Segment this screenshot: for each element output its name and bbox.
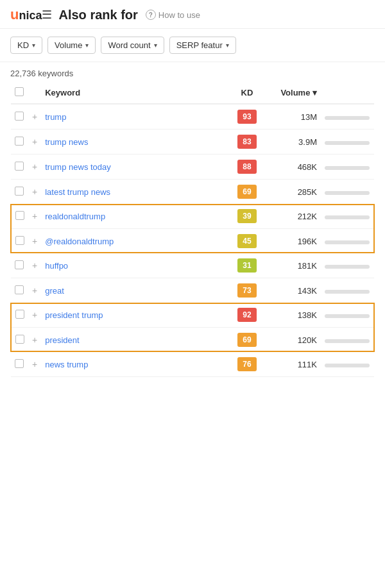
add-icon[interactable]: + xyxy=(32,335,37,345)
keyword-link[interactable]: news trump xyxy=(45,360,88,369)
header-volume[interactable]: Volume ▾ xyxy=(263,82,321,104)
row-checkbox[interactable] xyxy=(15,310,24,319)
row-checkbox-cell xyxy=(11,104,28,130)
kd-badge: 39 xyxy=(237,209,257,223)
kd-badge: 92 xyxy=(237,308,257,322)
row-kd-cell: 73 xyxy=(231,278,263,304)
keywords-table: Keyword KD Volume ▾ + trump 93 13M xyxy=(0,82,385,377)
row-keyword-cell: trump news today xyxy=(41,155,231,180)
chevron-down-icon: ▾ xyxy=(226,42,229,49)
row-checkbox-cell xyxy=(11,180,28,205)
row-checkbox-cell xyxy=(11,351,28,377)
table-row: + @realdonaldtrump 45 196K xyxy=(11,229,374,253)
row-kd-cell: 31 xyxy=(231,253,263,278)
add-icon[interactable]: + xyxy=(32,211,37,221)
row-checkbox[interactable] xyxy=(15,335,24,344)
add-icon[interactable]: + xyxy=(32,310,37,320)
row-plus-cell: + xyxy=(28,303,41,328)
logo: unica xyxy=(10,6,42,23)
header-kd[interactable]: KD xyxy=(231,82,263,104)
keyword-link[interactable]: latest trump news xyxy=(45,187,110,197)
row-checkbox-cell xyxy=(11,155,28,180)
row-keyword-cell: @realdonaldtrump xyxy=(41,229,231,253)
keyword-link[interactable]: president trump xyxy=(45,310,103,320)
table-row: + realdonaldtrump 39 212K xyxy=(11,205,374,229)
keyword-link[interactable]: trump xyxy=(45,112,66,122)
volume-bar-bg xyxy=(325,240,370,244)
logo-u: u xyxy=(10,6,19,23)
keyword-link[interactable]: realdonaldtrump xyxy=(45,212,105,221)
row-kd-cell: 83 xyxy=(231,130,263,155)
row-volume-cell: 285K xyxy=(263,180,321,205)
row-plus-cell: + xyxy=(28,328,41,352)
filter-kd[interactable]: KD ▾ xyxy=(10,37,42,54)
select-all-checkbox[interactable] xyxy=(15,87,24,96)
row-bar-cell xyxy=(321,104,374,130)
keyword-link[interactable]: trump news today xyxy=(45,162,111,172)
keyword-link[interactable]: trump news xyxy=(45,137,88,147)
keywords-count: 22,736 keywords xyxy=(0,62,385,82)
row-keyword-cell: great xyxy=(41,278,231,304)
add-icon[interactable]: + xyxy=(32,112,37,122)
add-icon[interactable]: + xyxy=(32,236,37,246)
kd-badge: 45 xyxy=(237,234,257,248)
row-keyword-cell: trump xyxy=(41,104,231,130)
row-bar-cell xyxy=(321,205,374,229)
add-icon[interactable]: + xyxy=(32,260,37,271)
keyword-link[interactable]: huffpo xyxy=(45,261,68,271)
row-keyword-cell: president trump xyxy=(41,303,231,328)
row-volume-cell: 111K xyxy=(263,351,321,377)
filter-serp-features[interactable]: SERP featur ▾ xyxy=(169,37,236,54)
kd-badge: 93 xyxy=(237,110,257,124)
row-plus-cell: + xyxy=(28,278,41,304)
row-checkbox[interactable] xyxy=(15,112,24,121)
row-volume-cell: 196K xyxy=(263,229,321,253)
row-bar-cell xyxy=(321,328,374,352)
kd-badge: 31 xyxy=(237,258,257,273)
table-row: + trump 93 13M xyxy=(11,104,374,130)
row-bar-cell xyxy=(321,253,374,278)
header-keyword: Keyword xyxy=(41,82,231,104)
row-checkbox[interactable] xyxy=(15,162,24,171)
how-to-use-link[interactable]: ? How to use xyxy=(146,10,200,20)
filter-volume[interactable]: Volume ▾ xyxy=(47,37,96,54)
add-icon[interactable]: + xyxy=(32,359,37,369)
add-icon[interactable]: + xyxy=(32,137,37,147)
table-row: + trump news 83 3.9M xyxy=(11,130,374,155)
row-kd-cell: 76 xyxy=(231,351,263,377)
row-checkbox[interactable] xyxy=(15,260,24,269)
row-bar-cell xyxy=(321,180,374,205)
keyword-link[interactable]: president xyxy=(45,335,79,345)
table-row: + president 69 120K xyxy=(11,328,374,352)
add-icon[interactable]: + xyxy=(32,285,37,296)
row-checkbox-cell xyxy=(11,278,28,304)
keyword-link[interactable]: great xyxy=(45,286,64,296)
hamburger-icon[interactable]: ☰ xyxy=(42,8,52,22)
row-kd-cell: 39 xyxy=(231,205,263,229)
table-header-row: Keyword KD Volume ▾ xyxy=(11,82,374,104)
row-kd-cell: 92 xyxy=(231,303,263,328)
row-plus-cell: + xyxy=(28,253,41,278)
app-header: unica ☰ Also rank for ? How to use xyxy=(0,0,385,29)
row-checkbox[interactable] xyxy=(15,236,24,245)
volume-bar-bg xyxy=(325,166,370,170)
chevron-down-icon: ▾ xyxy=(32,42,35,49)
kd-badge: 83 xyxy=(237,135,257,149)
filter-word-count[interactable]: Word count ▾ xyxy=(101,37,164,54)
row-volume-cell: 468K xyxy=(263,155,321,180)
row-checkbox[interactable] xyxy=(15,137,24,146)
kd-badge: 88 xyxy=(237,160,257,174)
row-checkbox[interactable] xyxy=(15,285,24,294)
row-checkbox-cell xyxy=(11,253,28,278)
row-volume-cell: 181K xyxy=(263,253,321,278)
add-icon[interactable]: + xyxy=(32,162,37,172)
keyword-link[interactable]: @realdonaldtrump xyxy=(45,237,114,246)
row-checkbox[interactable] xyxy=(15,211,24,220)
row-checkbox-cell xyxy=(11,229,28,253)
row-checkbox[interactable] xyxy=(15,359,24,368)
add-icon[interactable]: + xyxy=(32,187,37,197)
row-volume-cell: 143K xyxy=(263,278,321,304)
kd-badge: 73 xyxy=(237,283,257,298)
row-checkbox[interactable] xyxy=(15,187,24,196)
header-bar xyxy=(321,82,374,104)
